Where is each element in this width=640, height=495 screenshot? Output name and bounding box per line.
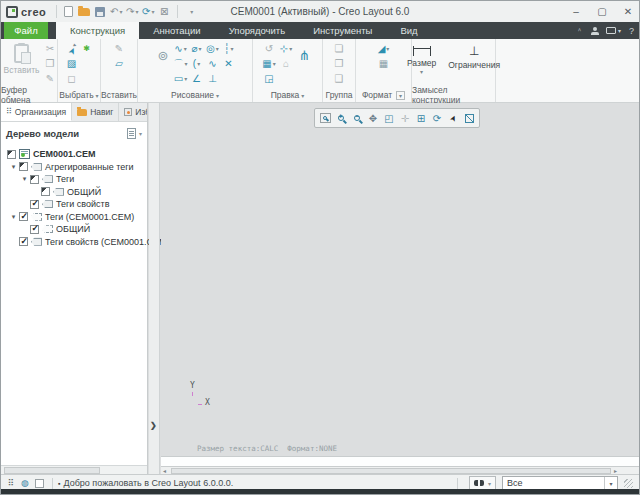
constraints-button[interactable]: ⊥ Ограничения	[445, 41, 503, 71]
zoom-window-button[interactable]	[317, 110, 333, 127]
panel-splitter[interactable]: ❯	[149, 103, 160, 474]
format-dialog-launcher[interactable]: ▾	[396, 91, 405, 100]
line-style-icon[interactable]: ◢	[376, 41, 391, 56]
regroup-icon[interactable]: ❑	[332, 71, 347, 86]
expander-icon[interactable]: ▾	[8, 163, 19, 171]
tree-item-common-cem[interactable]: ОБЩИЙ	[1, 223, 147, 236]
filter-dropdown-icon[interactable]: ▾	[604, 477, 617, 489]
tab-navigator[interactable]: Навиг	[72, 103, 119, 121]
select-previous-icon[interactable]: ◻	[64, 71, 79, 86]
tab-tools[interactable]: Инструменты	[299, 22, 386, 39]
scrollbar-thumb[interactable]	[4, 467, 100, 474]
zoom-in-button[interactable]	[333, 110, 349, 127]
group-label-select[interactable]: Выбрать	[59, 90, 93, 100]
use-edge-icon[interactable]: ⊚	[154, 41, 172, 69]
checkbox-checked-icon[interactable]	[19, 212, 28, 221]
checkbox-partial-icon[interactable]	[19, 162, 28, 171]
collapse-ribbon-icon[interactable]: ＾	[576, 26, 583, 36]
close-button[interactable]: ✕	[621, 6, 635, 17]
move-icon[interactable]: ⊹	[279, 41, 294, 56]
save-button[interactable]	[93, 4, 107, 19]
tree-item-property-tags-cem[interactable]: Теги свойств (CEM0001.CEM)	[1, 236, 147, 249]
select-box-icon[interactable]: ▨	[64, 56, 79, 71]
redo-button[interactable]: ↷▾	[125, 4, 139, 19]
copy-icon[interactable]: ❐	[43, 56, 58, 71]
undo-dropdown-icon[interactable]: ▾	[119, 8, 122, 15]
select-mode-button[interactable]: ➤	[445, 110, 461, 127]
drawing-canvas[interactable]: ✥ ◰ ✛ ⊞ ⟳ ➤ Y X Размер текста:CALC Форма…	[161, 103, 639, 456]
tab-view[interactable]: Вид	[386, 22, 431, 39]
update-view-button[interactable]: ⟳	[429, 110, 445, 127]
paste-button[interactable]: Вставить	[0, 41, 42, 76]
new-file-button[interactable]	[61, 4, 75, 19]
open-file-button[interactable]	[77, 4, 91, 19]
checkbox-partial-icon[interactable]	[7, 150, 16, 159]
filter-combobox[interactable]: Все ▾	[502, 476, 618, 490]
origin-button[interactable]: ✛	[397, 110, 413, 127]
refit-button[interactable]: ◰	[381, 110, 397, 127]
group-label-edit[interactable]: Правка	[271, 90, 300, 100]
tree-settings-button[interactable]: ▾	[127, 128, 142, 139]
regenerate-dropdown-icon[interactable]: ▾	[151, 8, 154, 15]
user-search-icon[interactable]	[591, 27, 598, 34]
checkbox-checked-icon[interactable]	[30, 225, 39, 234]
spline-through-points-icon[interactable]: ∿	[205, 56, 220, 71]
zoom-selected-button[interactable]: ⊞	[413, 110, 429, 127]
collapse-panel-icon[interactable]: ❯	[150, 421, 157, 430]
panel-toggle-icon[interactable]	[35, 479, 44, 488]
centerline-icon[interactable]: ┆	[221, 41, 236, 56]
canvas-horizontal-scrollbar[interactable]: ◂ ▸	[161, 466, 639, 474]
edit-selection-button[interactable]	[461, 110, 477, 127]
tree-item-property-tags[interactable]: Теги свойств	[1, 198, 147, 211]
regenerate-button[interactable]: ⟳▾	[141, 4, 155, 19]
tab-design[interactable]: Конструкция	[56, 22, 139, 39]
checkbox-checked-icon[interactable]	[19, 237, 28, 246]
ellipse-icon[interactable]: ◎	[205, 41, 220, 56]
ungroup-icon[interactable]: ❐	[332, 56, 347, 71]
checkbox-partial-icon[interactable]	[41, 187, 50, 196]
tree-item-tags[interactable]: ▾ Теги	[1, 173, 147, 186]
insert-annotation-icon[interactable]: ✎	[112, 41, 127, 56]
dimension-button[interactable]: Размер	[404, 41, 439, 76]
tab-favorites[interactable]: Избр	[119, 103, 147, 121]
customize-qat-button[interactable]: ▾	[184, 4, 198, 19]
circle-icon[interactable]: ⌀	[189, 41, 204, 56]
tree-item-root[interactable]: CEM0001.CEM	[1, 148, 147, 161]
tab-organization[interactable]: ⠿ Организация	[1, 103, 72, 121]
expander-icon[interactable]: ▾	[8, 213, 19, 221]
maximize-button[interactable]: ▢	[595, 6, 609, 17]
help-icon[interactable]: ?	[629, 26, 634, 36]
tree-item-aggregated-tags[interactable]: ▾ Агрегированные теги	[1, 161, 147, 174]
format-painter-icon[interactable]: ✎	[43, 71, 58, 86]
pattern-icon[interactable]: ▦	[262, 56, 277, 71]
arc-icon[interactable]: ⌒	[173, 56, 188, 71]
checkbox-checked-icon[interactable]	[30, 200, 39, 209]
minimize-button[interactable]: –	[569, 6, 583, 17]
smart-select-icon[interactable]: ✱	[79, 41, 94, 56]
tab-file[interactable]: Файл	[4, 22, 48, 39]
pan-button[interactable]: ✥	[365, 110, 381, 127]
search-button[interactable]: ▾	[469, 476, 496, 490]
expander-icon[interactable]: ▾	[19, 175, 30, 183]
insert-block-icon[interactable]: ▱	[112, 56, 127, 71]
screen-settings-button[interactable]: ▾	[606, 27, 621, 34]
conic-arc-icon[interactable]: (	[189, 56, 204, 71]
scale-icon[interactable]: ◲	[262, 71, 277, 86]
redo-dropdown-icon[interactable]: ▾	[135, 8, 138, 15]
tab-annotations[interactable]: Аннотации	[139, 22, 215, 39]
chamfer-icon[interactable]: ∠	[189, 71, 204, 86]
tree-item-tags-cem[interactable]: ▾ Теги (CEM0001.CEM)	[1, 211, 147, 224]
group-icon[interactable]: ❏	[332, 41, 347, 56]
close-window-button[interactable]: ⊠	[157, 4, 171, 19]
tab-organize[interactable]: Упорядочить	[215, 22, 300, 39]
tree-item-common[interactable]: ОБЩИЙ	[1, 186, 147, 199]
undo-button[interactable]: ↶▾	[109, 4, 123, 19]
zoom-out-button[interactable]	[349, 110, 365, 127]
coordinate-system-icon[interactable]: ⊥	[205, 71, 220, 86]
browser-toggle-icon[interactable]: ◍	[18, 478, 32, 488]
split-icon[interactable]: ⋔	[296, 41, 314, 69]
resize-grip[interactable]	[624, 479, 633, 488]
spline-icon[interactable]: ∿	[173, 41, 188, 56]
mirror-icon[interactable]: ⌂	[279, 56, 294, 71]
point-icon[interactable]: ✕	[221, 56, 236, 71]
